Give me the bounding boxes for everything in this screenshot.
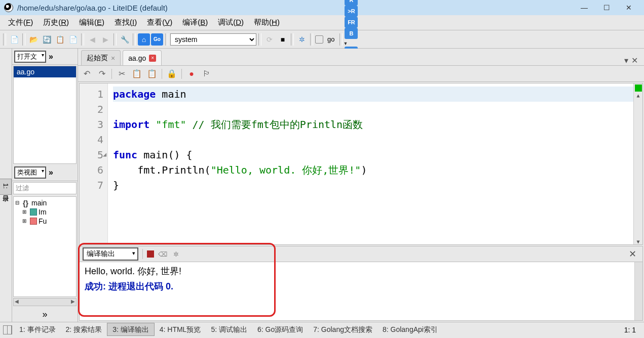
app-icon <box>4 3 13 12</box>
outline-tree: ⊟{}main ⊞Im ⊞Fu <box>13 196 77 298</box>
layout-icon[interactable] <box>3 325 12 334</box>
tab-close-icon[interactable]: × <box>149 55 156 62</box>
editor-tab[interactable]: 起始页× <box>81 50 121 65</box>
menu-item[interactable]: 文件(F) <box>3 16 38 29</box>
tab-label: aa.go <box>128 54 146 62</box>
main-area: 1: 目录2: 打开文档3: 类视图4: 大纲» 打开文 » aa.go 类视图… <box>0 49 644 322</box>
expand-icon[interactable]: » <box>12 307 78 322</box>
paste2-icon[interactable]: 📋 <box>146 68 158 79</box>
output-close-icon[interactable]: ✕ <box>626 248 639 260</box>
output-success: 成功: 进程退出代码 0. <box>85 280 637 292</box>
h-scrollbar[interactable] <box>13 298 77 306</box>
more-icon[interactable]: » <box>48 168 54 177</box>
minimap[interactable]: ▲ ▼ <box>633 83 642 244</box>
back-icon[interactable]: ◀ <box>86 33 98 46</box>
open-docs-combo[interactable]: 打开文 <box>14 51 46 63</box>
env-selector[interactable]: system <box>170 33 256 46</box>
statusbar: 1: 事件记录2: 搜索结果3: 编译输出4: HTML预览5: 调试输出6: … <box>0 322 644 337</box>
close-button[interactable]: ✕ <box>618 1 640 15</box>
line-gutter: 1234567 <box>80 83 108 244</box>
menubar: 文件(F)历史(R)编辑(E)查找(I)查看(V)编译(B)调试(D)帮助(H) <box>0 15 644 30</box>
status-tab[interactable]: 2: 搜索结果 <box>61 323 107 335</box>
more-icon[interactable]: » <box>48 52 54 61</box>
lock-icon[interactable]: 🔒 <box>166 68 177 79</box>
open-docs-header: 打开文 » <box>12 49 78 65</box>
settings-icon[interactable]: ✲ <box>171 249 180 259</box>
copy2-icon[interactable]: 📋 <box>131 68 142 79</box>
clear-icon[interactable]: ⌫ <box>158 249 167 259</box>
side-panel: 打开文 » aa.go 类视图 » 过滤 ⊟{}main ⊞Im ⊞Fu » <box>12 49 78 322</box>
open-folder-icon[interactable]: 📂 <box>27 33 40 46</box>
v-scrollbar[interactable] <box>634 262 642 320</box>
tools-icon[interactable]: 🔧 <box>119 33 131 46</box>
window-title: /home/edu/share/go/aa.go - LiteIDE (defa… <box>17 4 573 12</box>
sync-icon[interactable]: ⟳ <box>263 33 276 46</box>
file-item[interactable]: aa.go <box>14 66 76 77</box>
class-view-combo[interactable]: 类视图 <box>14 166 46 179</box>
outline-root[interactable]: ⊟{}main <box>15 198 74 207</box>
home-icon[interactable]: ⌂ <box>138 33 150 46</box>
status-tab[interactable]: 8: GolangApi索引 <box>377 323 443 335</box>
stop-icon[interactable]: ■ <box>277 33 289 46</box>
cursor-position: 1: 1 <box>619 326 641 334</box>
toolbar-badge[interactable]: R <box>345 0 358 6</box>
new-file-icon[interactable]: 📄 <box>8 33 20 46</box>
code-body[interactable]: package mainimport "fmt" // 我们需要fmt包中的Pr… <box>108 83 633 244</box>
outline-func[interactable]: ⊞Fu <box>15 217 74 226</box>
toolbar-badge[interactable]: >R <box>345 6 358 17</box>
paste-icon[interactable]: 📄 <box>67 33 79 46</box>
editor-tab[interactable]: aa.go× <box>123 50 162 65</box>
status-tab[interactable]: 4: HTML预览 <box>155 323 206 335</box>
redo-icon[interactable]: ↷ <box>96 68 107 79</box>
menu-item[interactable]: 历史(R) <box>38 16 74 29</box>
record-icon[interactable]: ● <box>186 68 197 79</box>
status-tab[interactable]: 5: 调试输出 <box>206 323 252 335</box>
flag-icon[interactable]: 🏳 <box>201 68 212 79</box>
maximize-button[interactable]: ☐ <box>595 1 618 15</box>
editor-tabbar: 起始页×aa.go× ▾ ✕ <box>78 49 644 66</box>
checkbox-icon[interactable] <box>315 35 323 44</box>
go-label: go <box>324 35 337 43</box>
titlebar: /home/edu/share/go/aa.go - LiteIDE (defa… <box>0 0 644 15</box>
undo-icon[interactable]: ↶ <box>81 68 92 79</box>
copy-icon[interactable]: 📋 <box>54 33 66 46</box>
stop-button[interactable] <box>147 250 154 258</box>
marker-icon <box>635 85 642 92</box>
menu-item[interactable]: 调试(D) <box>213 16 249 29</box>
output-header: 编译输出 ⌫ ✲ ✕ <box>79 246 643 262</box>
menu-item[interactable]: 帮助(H) <box>249 16 285 29</box>
toolbar-badge[interactable]: FR <box>345 17 358 28</box>
menu-item[interactable]: 查看(V) <box>142 16 177 29</box>
tab-menu-icon[interactable]: ▾ <box>624 56 628 65</box>
code-editor[interactable]: 1234567 package mainimport "fmt" // 我们需要… <box>79 83 643 245</box>
menu-item[interactable]: 编译(B) <box>177 16 213 29</box>
editor-area: 起始页×aa.go× ▾ ✕ ↶ ↷ ✂ 📋 📋 🔒 ● 🏳 1234567 p… <box>78 49 644 322</box>
refresh-icon[interactable]: 🔄 <box>41 33 53 46</box>
left-tab-strip: 1: 目录2: 打开文档3: 类视图4: 大纲» <box>0 49 12 322</box>
open-docs-list: aa.go <box>13 66 77 164</box>
output-combo[interactable]: 编译输出 <box>83 247 138 261</box>
cut-icon[interactable]: ✂ <box>116 68 127 79</box>
status-tab[interactable]: 3: 编译输出 <box>107 323 155 336</box>
vertical-tab[interactable]: 1: 目录 <box>0 179 12 195</box>
minimize-button[interactable]: — <box>573 1 595 15</box>
outline-import[interactable]: ⊞Im <box>15 207 74 217</box>
status-tab[interactable]: 6: Go源码查询 <box>252 323 308 335</box>
filter-input[interactable]: 过滤 <box>13 182 77 194</box>
status-tab[interactable]: 1: 事件记录 <box>14 323 61 335</box>
status-tab[interactable]: 7: Golang文档搜索 <box>308 323 377 335</box>
tab-close-icon[interactable]: × <box>111 54 115 62</box>
tab-label: 起始页 <box>87 54 108 63</box>
main-toolbar: 📄 📂 🔄 📋 📄 ◀ ▶ 🔧 ⌂ Go system ⟳ ■ ✲ go BR … <box>0 30 644 49</box>
output-panel: 编译输出 ⌫ ✲ ✕ Hello, world. 你好, 世界! 成功: 进程退… <box>79 246 643 321</box>
gear-icon[interactable]: ✲ <box>296 33 308 46</box>
go-icon[interactable]: Go <box>151 33 163 46</box>
output-line: Hello, world. 你好, 世界! <box>85 265 637 277</box>
fold-marker[interactable]: ◢ <box>103 151 106 158</box>
menu-item[interactable]: 查找(I) <box>109 16 142 29</box>
menu-item[interactable]: 编辑(E) <box>74 16 109 29</box>
forward-icon[interactable]: ▶ <box>99 33 111 46</box>
class-view-header: 类视图 » <box>12 165 78 181</box>
toolbar-badge[interactable]: B <box>345 28 358 39</box>
tab-close-icon[interactable]: ✕ <box>631 56 638 65</box>
